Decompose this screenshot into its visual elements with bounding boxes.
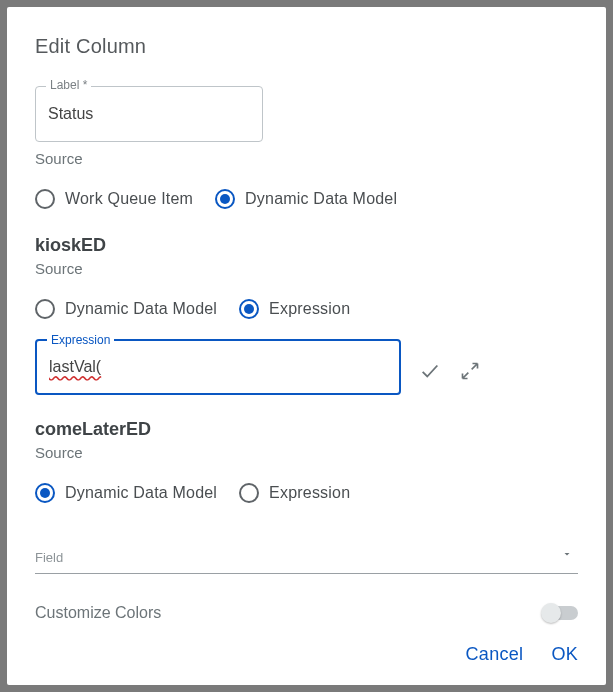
customize-colors-label: Customize Colors bbox=[35, 604, 161, 622]
dropdown-icon bbox=[556, 543, 578, 565]
section3-source-label: Source bbox=[35, 444, 578, 461]
section3-heading: comeLaterED bbox=[35, 419, 578, 440]
section2-source-label: Source bbox=[35, 260, 578, 277]
expand-icon[interactable] bbox=[459, 360, 481, 382]
field-select[interactable]: Field bbox=[35, 533, 578, 574]
radio-circle-icon bbox=[35, 189, 55, 209]
dialog-footer: Cancel OK bbox=[35, 624, 578, 665]
radio-label: Dynamic Data Model bbox=[65, 300, 217, 318]
radio-expression-3[interactable]: Expression bbox=[239, 483, 350, 503]
radio-expression-2[interactable]: Expression bbox=[239, 299, 350, 319]
radio-dynamic-data-model-1[interactable]: Dynamic Data Model bbox=[215, 189, 397, 209]
label-input[interactable] bbox=[48, 105, 250, 123]
radio-circle-checked-icon bbox=[35, 483, 55, 503]
label-field-label: Label * bbox=[46, 78, 91, 92]
customize-colors-toggle[interactable] bbox=[544, 606, 578, 620]
radio-circle-checked-icon bbox=[215, 189, 235, 209]
radio-dynamic-data-model-2[interactable]: Dynamic Data Model bbox=[35, 299, 217, 319]
section2-radios: Dynamic Data Model Expression bbox=[35, 299, 578, 319]
check-icon[interactable] bbox=[419, 360, 441, 382]
radio-label: Dynamic Data Model bbox=[65, 484, 217, 502]
section3-radios: Dynamic Data Model Expression bbox=[35, 483, 578, 503]
radio-label: Dynamic Data Model bbox=[245, 190, 397, 208]
radio-label: Expression bbox=[269, 300, 350, 318]
expression-input[interactable]: lastVal( bbox=[49, 358, 387, 376]
cancel-button[interactable]: Cancel bbox=[466, 644, 524, 665]
label-field[interactable]: Label * bbox=[35, 86, 263, 142]
radio-label: Work Queue Item bbox=[65, 190, 193, 208]
ok-button[interactable]: OK bbox=[551, 644, 578, 665]
expression-row: Expression lastVal( bbox=[35, 339, 578, 403]
radio-circle-icon bbox=[239, 483, 259, 503]
field-select-label: Field bbox=[35, 550, 63, 565]
radio-label: Expression bbox=[269, 484, 350, 502]
section1-radios: Work Queue Item Dynamic Data Model bbox=[35, 189, 578, 209]
section1-source-label: Source bbox=[35, 150, 578, 167]
radio-circle-checked-icon bbox=[239, 299, 259, 319]
edit-column-dialog: Edit Column Label * Source Work Queue It… bbox=[7, 7, 606, 685]
radio-work-queue-item[interactable]: Work Queue Item bbox=[35, 189, 193, 209]
radio-circle-icon bbox=[35, 299, 55, 319]
expression-field[interactable]: Expression lastVal( bbox=[35, 339, 401, 395]
section2-heading: kioskED bbox=[35, 235, 578, 256]
radio-dynamic-data-model-3[interactable]: Dynamic Data Model bbox=[35, 483, 217, 503]
dialog-title: Edit Column bbox=[35, 35, 578, 58]
expression-field-label: Expression bbox=[47, 333, 114, 347]
customize-colors-row: Customize Colors bbox=[35, 604, 578, 622]
